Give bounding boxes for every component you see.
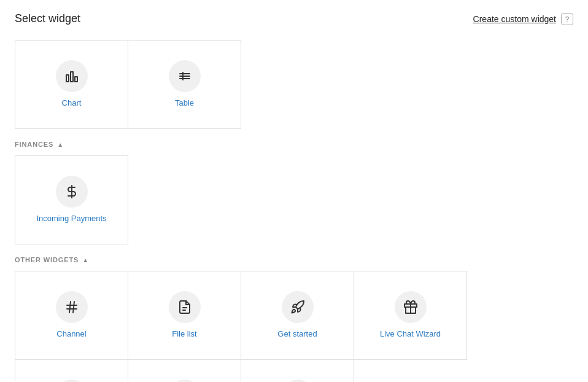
get-started-label: Get started bbox=[277, 329, 317, 340]
bar-chart-icon bbox=[64, 69, 79, 84]
file-list-label: File list bbox=[172, 329, 196, 340]
other-widgets-section-header: OTHER WIDGETS ▲ bbox=[15, 256, 573, 263]
widget-chart[interactable]: Chart bbox=[15, 40, 128, 129]
svg-line-11 bbox=[73, 302, 74, 313]
general-widgets-grid: Chart Table bbox=[15, 40, 573, 128]
svg-line-10 bbox=[69, 302, 71, 313]
table-icon-circle bbox=[169, 60, 201, 92]
chart-label: Chart bbox=[62, 98, 82, 109]
finances-section-header: FINANCES ▲ bbox=[15, 141, 573, 148]
main-page-icon-circle bbox=[169, 380, 201, 382]
svg-rect-1 bbox=[71, 72, 73, 82]
live-chat-wizard-label: Live Chat Wizard bbox=[380, 329, 441, 340]
widget-incoming-payments[interactable]: Incoming Payments bbox=[15, 155, 128, 244]
widget-live-chat-wizard[interactable]: Live Chat Wizard bbox=[354, 271, 467, 360]
help-icon[interactable]: ? bbox=[561, 13, 573, 25]
other-widgets-chevron-icon: ▲ bbox=[82, 257, 89, 263]
svg-rect-2 bbox=[75, 77, 77, 82]
channel-label: Channel bbox=[56, 329, 86, 340]
finances-chevron-icon: ▲ bbox=[57, 141, 64, 148]
create-custom-widget-link[interactable]: Create custom widget bbox=[473, 14, 556, 24]
file-list-icon-circle bbox=[169, 291, 201, 323]
finances-label: FINANCES bbox=[15, 141, 53, 148]
rocket-icon bbox=[290, 300, 305, 314]
chart-icon-circle bbox=[56, 60, 88, 92]
channel-icon-circle bbox=[56, 291, 88, 323]
table-icon bbox=[177, 69, 192, 84]
other-widgets-grid: Channel File list Get started bbox=[15, 271, 573, 382]
incoming-payments-label: Incoming Payments bbox=[36, 214, 106, 224]
gift-box-icon bbox=[403, 300, 418, 314]
other-widgets-label: OTHER WIDGETS bbox=[15, 256, 79, 263]
widget-log[interactable]: Log bbox=[15, 359, 128, 382]
widget-channel[interactable]: Channel bbox=[15, 271, 128, 360]
widget-file-list[interactable]: File list bbox=[128, 271, 241, 360]
dollar-icon bbox=[64, 184, 79, 199]
page-header: Select widget Create custom widget ? bbox=[15, 12, 573, 25]
file-list-icon bbox=[177, 300, 192, 314]
widget-table[interactable]: Table bbox=[128, 40, 241, 129]
hash-icon bbox=[64, 300, 79, 314]
incoming-payments-icon-circle bbox=[56, 176, 88, 208]
finances-widgets-grid: Incoming Payments bbox=[15, 155, 573, 244]
svg-rect-0 bbox=[66, 75, 69, 82]
log-icon-circle bbox=[56, 380, 88, 382]
live-chat-wizard-icon-circle bbox=[395, 291, 427, 323]
widget-get-started[interactable]: Get started bbox=[241, 271, 354, 360]
widget-main-page[interactable]: Main Page bbox=[128, 359, 241, 382]
page-title: Select widget bbox=[15, 12, 80, 25]
get-started-icon-circle bbox=[282, 291, 314, 323]
my-tasks-icon-circle bbox=[282, 380, 314, 382]
header-right: Create custom widget ? bbox=[473, 13, 573, 25]
table-label: Table bbox=[175, 98, 194, 109]
widget-my-tasks[interactable]: My tasks bbox=[241, 359, 354, 382]
